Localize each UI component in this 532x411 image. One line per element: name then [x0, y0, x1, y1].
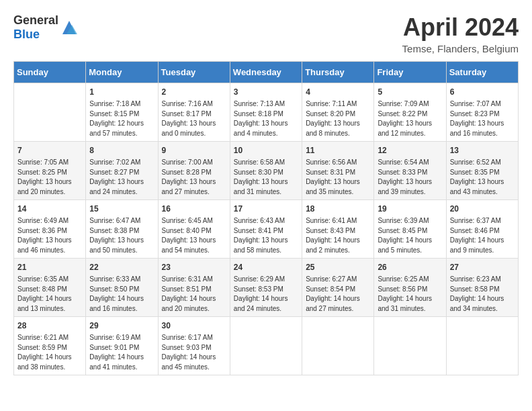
- cell-content: Sunrise: 7:02 AM Sunset: 8:27 PM Dayligh…: [89, 158, 154, 197]
- calendar-cell: 11Sunrise: 6:56 AM Sunset: 8:31 PM Dayli…: [302, 142, 374, 200]
- calendar-cell: 21Sunrise: 6:35 AM Sunset: 8:48 PM Dayli…: [14, 259, 86, 317]
- calendar-cell: 20Sunrise: 6:37 AM Sunset: 8:46 PM Dayli…: [446, 200, 518, 259]
- cell-content: Sunrise: 6:21 AM Sunset: 8:59 PM Dayligh…: [17, 333, 82, 372]
- cell-content: Sunrise: 7:00 AM Sunset: 8:28 PM Dayligh…: [162, 158, 226, 197]
- calendar-cell: 2Sunrise: 7:16 AM Sunset: 8:17 PM Daylig…: [158, 83, 230, 142]
- day-number: 16: [162, 203, 226, 215]
- cell-content: Sunrise: 6:27 AM Sunset: 8:54 PM Dayligh…: [306, 275, 370, 314]
- weekday-header-saturday: Saturday: [446, 62, 518, 83]
- day-number: 22: [89, 261, 154, 273]
- day-number: 8: [89, 144, 154, 156]
- cell-content: Sunrise: 6:41 AM Sunset: 8:43 PM Dayligh…: [306, 216, 370, 255]
- day-number: 12: [378, 144, 442, 156]
- title-area: April 2024 Temse, Flanders, Belgium: [402, 13, 519, 54]
- calendar-cell: 3Sunrise: 7:13 AM Sunset: 8:18 PM Daylig…: [230, 83, 302, 142]
- logo-icon: [60, 18, 79, 37]
- cell-content: Sunrise: 6:17 AM Sunset: 9:03 PM Dayligh…: [162, 333, 226, 372]
- calendar-cell: 23Sunrise: 6:31 AM Sunset: 8:51 PM Dayli…: [158, 259, 230, 317]
- cell-content: Sunrise: 7:11 AM Sunset: 8:20 PM Dayligh…: [306, 99, 370, 138]
- calendar-table: SundayMondayTuesdayWednesdayThursdayFrid…: [13, 61, 519, 375]
- calendar-cell: 17Sunrise: 6:43 AM Sunset: 8:41 PM Dayli…: [230, 200, 302, 259]
- weekday-header-friday: Friday: [374, 62, 446, 83]
- logo-text: General Blue: [13, 13, 58, 42]
- calendar-cell: 4Sunrise: 7:11 AM Sunset: 8:20 PM Daylig…: [302, 83, 374, 142]
- calendar-cell: 12Sunrise: 6:54 AM Sunset: 8:33 PM Dayli…: [374, 142, 446, 200]
- cell-content: Sunrise: 6:39 AM Sunset: 8:45 PM Dayligh…: [378, 216, 442, 255]
- cell-content: Sunrise: 6:47 AM Sunset: 8:38 PM Dayligh…: [89, 216, 154, 255]
- week-row-1: 1Sunrise: 7:18 AM Sunset: 8:15 PM Daylig…: [14, 83, 519, 142]
- day-number: 11: [306, 144, 370, 156]
- logo: General Blue: [13, 13, 79, 42]
- day-number: 18: [306, 203, 370, 215]
- weekday-header-sunday: Sunday: [14, 62, 86, 83]
- day-number: 23: [162, 261, 226, 273]
- weekday-header-tuesday: Tuesday: [158, 62, 230, 83]
- calendar-cell: 19Sunrise: 6:39 AM Sunset: 8:45 PM Dayli…: [374, 200, 446, 259]
- cell-content: Sunrise: 6:49 AM Sunset: 8:36 PM Dayligh…: [17, 216, 82, 255]
- cell-content: Sunrise: 6:23 AM Sunset: 8:58 PM Dayligh…: [450, 275, 515, 314]
- calendar-cell: [302, 317, 374, 375]
- cell-content: Sunrise: 7:13 AM Sunset: 8:18 PM Dayligh…: [234, 99, 298, 138]
- calendar-cell: 27Sunrise: 6:23 AM Sunset: 8:58 PM Dayli…: [446, 259, 518, 317]
- calendar-cell: 7Sunrise: 7:05 AM Sunset: 8:25 PM Daylig…: [14, 142, 86, 200]
- calendar-cell: 25Sunrise: 6:27 AM Sunset: 8:54 PM Dayli…: [302, 259, 374, 317]
- month-title: April 2024: [402, 13, 519, 42]
- calendar-cell: 24Sunrise: 6:29 AM Sunset: 8:53 PM Dayli…: [230, 259, 302, 317]
- location-subtitle: Temse, Flanders, Belgium: [402, 43, 519, 54]
- calendar-cell: 29Sunrise: 6:19 AM Sunset: 9:01 PM Dayli…: [86, 317, 158, 375]
- day-number: 21: [17, 261, 82, 273]
- week-row-4: 21Sunrise: 6:35 AM Sunset: 8:48 PM Dayli…: [14, 259, 519, 317]
- cell-content: Sunrise: 6:58 AM Sunset: 8:30 PM Dayligh…: [234, 158, 298, 197]
- logo-general: General: [13, 13, 58, 27]
- calendar-cell: 28Sunrise: 6:21 AM Sunset: 8:59 PM Dayli…: [14, 317, 86, 375]
- cell-content: Sunrise: 6:25 AM Sunset: 8:56 PM Dayligh…: [378, 275, 442, 314]
- day-number: 13: [450, 144, 515, 156]
- day-number: 24: [234, 261, 298, 273]
- calendar-cell: 1Sunrise: 7:18 AM Sunset: 8:15 PM Daylig…: [86, 83, 158, 142]
- cell-content: Sunrise: 6:19 AM Sunset: 9:01 PM Dayligh…: [89, 333, 154, 372]
- week-row-5: 28Sunrise: 6:21 AM Sunset: 8:59 PM Dayli…: [14, 317, 519, 375]
- cell-content: Sunrise: 7:07 AM Sunset: 8:23 PM Dayligh…: [450, 99, 515, 138]
- logo-blue: Blue: [13, 28, 40, 41]
- day-number: 29: [89, 320, 154, 332]
- day-number: 14: [17, 203, 82, 215]
- day-number: 5: [378, 86, 442, 98]
- cell-content: Sunrise: 6:43 AM Sunset: 8:41 PM Dayligh…: [234, 216, 298, 255]
- cell-content: Sunrise: 6:37 AM Sunset: 8:46 PM Dayligh…: [450, 216, 515, 255]
- calendar-cell: 26Sunrise: 6:25 AM Sunset: 8:56 PM Dayli…: [374, 259, 446, 317]
- calendar-cell: [374, 317, 446, 375]
- weekday-header-row: SundayMondayTuesdayWednesdayThursdayFrid…: [14, 62, 519, 83]
- day-number: 26: [378, 261, 442, 273]
- cell-content: Sunrise: 7:09 AM Sunset: 8:22 PM Dayligh…: [378, 99, 442, 138]
- day-number: 25: [306, 261, 370, 273]
- calendar-cell: 14Sunrise: 6:49 AM Sunset: 8:36 PM Dayli…: [14, 200, 86, 259]
- cell-content: Sunrise: 6:35 AM Sunset: 8:48 PM Dayligh…: [17, 275, 82, 314]
- cell-content: Sunrise: 6:52 AM Sunset: 8:35 PM Dayligh…: [450, 158, 515, 197]
- day-number: 3: [234, 86, 298, 98]
- weekday-header-wednesday: Wednesday: [230, 62, 302, 83]
- day-number: 27: [450, 261, 515, 273]
- cell-content: Sunrise: 6:56 AM Sunset: 8:31 PM Dayligh…: [306, 158, 370, 197]
- day-number: 1: [89, 86, 154, 98]
- day-number: 20: [450, 203, 515, 215]
- week-row-3: 14Sunrise: 6:49 AM Sunset: 8:36 PM Dayli…: [14, 200, 519, 259]
- day-number: 30: [162, 320, 226, 332]
- calendar-cell: 15Sunrise: 6:47 AM Sunset: 8:38 PM Dayli…: [86, 200, 158, 259]
- day-number: 7: [17, 144, 82, 156]
- cell-content: Sunrise: 7:05 AM Sunset: 8:25 PM Dayligh…: [17, 158, 82, 197]
- calendar-cell: [230, 317, 302, 375]
- cell-content: Sunrise: 6:33 AM Sunset: 8:50 PM Dayligh…: [89, 275, 154, 314]
- weekday-header-thursday: Thursday: [302, 62, 374, 83]
- calendar-cell: 5Sunrise: 7:09 AM Sunset: 8:22 PM Daylig…: [374, 83, 446, 142]
- cell-content: Sunrise: 6:31 AM Sunset: 8:51 PM Dayligh…: [162, 275, 226, 314]
- calendar-cell: 18Sunrise: 6:41 AM Sunset: 8:43 PM Dayli…: [302, 200, 374, 259]
- page-header: General Blue April 2024 Temse, Flanders,…: [13, 13, 519, 54]
- day-number: 4: [306, 86, 370, 98]
- week-row-2: 7Sunrise: 7:05 AM Sunset: 8:25 PM Daylig…: [14, 142, 519, 200]
- calendar-cell: [446, 317, 518, 375]
- calendar-cell: 8Sunrise: 7:02 AM Sunset: 8:27 PM Daylig…: [86, 142, 158, 200]
- cell-content: Sunrise: 6:29 AM Sunset: 8:53 PM Dayligh…: [234, 275, 298, 314]
- day-number: 9: [162, 144, 226, 156]
- day-number: 19: [378, 203, 442, 215]
- day-number: 28: [17, 320, 82, 332]
